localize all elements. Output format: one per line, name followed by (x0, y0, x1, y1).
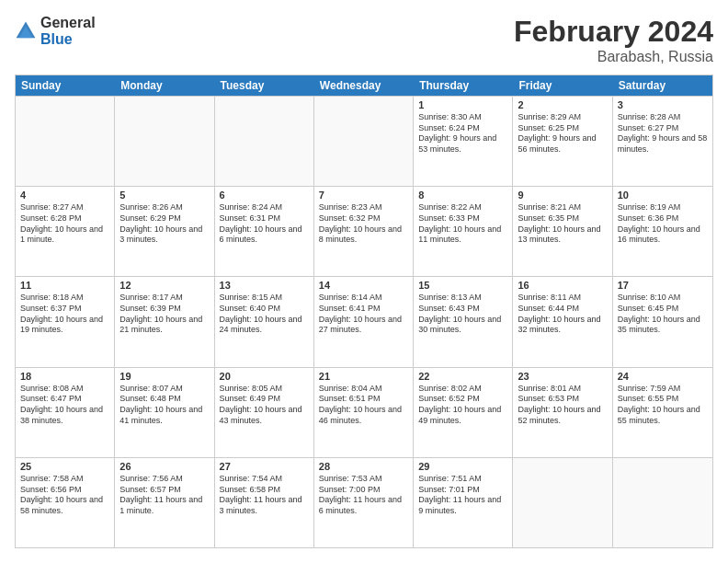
cell-date: 26 (119, 461, 209, 472)
cell-date: 1 (418, 99, 507, 110)
day-header: Wednesday (314, 75, 414, 96)
calendar-cell (513, 458, 612, 547)
calendar-cell: 21Sunrise: 8:04 AM Sunset: 6:51 PM Dayli… (314, 368, 414, 457)
calendar-row: 4Sunrise: 8:27 AM Sunset: 6:28 PM Daylig… (16, 186, 712, 276)
cell-date: 5 (119, 190, 209, 201)
cell-info: Sunrise: 8:11 AM Sunset: 6:44 PM Dayligh… (518, 293, 607, 336)
calendar-cell: 6Sunrise: 8:24 AM Sunset: 6:31 PM Daylig… (215, 187, 314, 276)
cell-info: Sunrise: 8:05 AM Sunset: 6:49 PM Dayligh… (220, 384, 309, 427)
logo: General Blue (15, 15, 96, 47)
calendar-cell: 5Sunrise: 8:26 AM Sunset: 6:29 PM Daylig… (115, 187, 214, 276)
cell-info: Sunrise: 7:59 AM Sunset: 6:55 PM Dayligh… (618, 384, 708, 427)
logo-icon (15, 20, 37, 42)
cell-info: Sunrise: 8:29 AM Sunset: 6:25 PM Dayligh… (518, 112, 607, 155)
calendar-cell: 22Sunrise: 8:02 AM Sunset: 6:52 PM Dayli… (414, 368, 513, 457)
cell-date: 15 (418, 280, 507, 291)
calendar-cell: 3Sunrise: 8:28 AM Sunset: 6:27 PM Daylig… (613, 97, 712, 186)
calendar-cell: 1Sunrise: 8:30 AM Sunset: 6:24 PM Daylig… (414, 97, 513, 186)
cell-info: Sunrise: 8:15 AM Sunset: 6:40 PM Dayligh… (220, 293, 309, 336)
cell-info: Sunrise: 8:17 AM Sunset: 6:39 PM Dayligh… (119, 293, 209, 336)
day-header: Friday (513, 75, 612, 96)
logo-blue: Blue (40, 31, 96, 48)
day-header: Thursday (414, 75, 513, 96)
cell-info: Sunrise: 8:01 AM Sunset: 6:53 PM Dayligh… (518, 384, 607, 427)
calendar-row: 11Sunrise: 8:18 AM Sunset: 6:37 PM Dayli… (16, 276, 712, 366)
cell-info: Sunrise: 8:10 AM Sunset: 6:45 PM Dayligh… (618, 293, 708, 336)
calendar-row: 25Sunrise: 7:58 AM Sunset: 6:56 PM Dayli… (16, 457, 712, 547)
cell-date: 16 (518, 280, 607, 291)
calendar-cell: 11Sunrise: 8:18 AM Sunset: 6:37 PM Dayli… (16, 277, 115, 366)
calendar-cell: 19Sunrise: 8:07 AM Sunset: 6:48 PM Dayli… (115, 368, 214, 457)
cell-info: Sunrise: 7:51 AM Sunset: 7:01 PM Dayligh… (418, 474, 507, 517)
cell-date: 4 (20, 190, 109, 201)
calendar-row: 18Sunrise: 8:08 AM Sunset: 6:47 PM Dayli… (16, 367, 712, 457)
cell-info: Sunrise: 7:58 AM Sunset: 6:56 PM Dayligh… (20, 474, 109, 517)
cell-info: Sunrise: 8:18 AM Sunset: 6:37 PM Dayligh… (20, 293, 109, 336)
cell-date: 17 (618, 280, 708, 291)
cell-info: Sunrise: 7:56 AM Sunset: 6:57 PM Dayligh… (119, 474, 209, 517)
calendar-cell: 26Sunrise: 7:56 AM Sunset: 6:57 PM Dayli… (115, 458, 214, 547)
cell-info: Sunrise: 8:21 AM Sunset: 6:35 PM Dayligh… (518, 202, 607, 246)
calendar-cell: 2Sunrise: 8:29 AM Sunset: 6:25 PM Daylig… (513, 97, 612, 186)
cell-date: 12 (119, 280, 209, 291)
calendar-cell: 10Sunrise: 8:19 AM Sunset: 6:36 PM Dayli… (613, 187, 712, 276)
cell-info: Sunrise: 8:30 AM Sunset: 6:24 PM Dayligh… (418, 112, 507, 155)
cell-date: 3 (618, 99, 708, 110)
cell-date: 24 (618, 371, 708, 382)
calendar-body: 1Sunrise: 8:30 AM Sunset: 6:24 PM Daylig… (16, 96, 712, 547)
cell-info: Sunrise: 7:53 AM Sunset: 7:00 PM Dayligh… (319, 474, 408, 517)
cell-date: 14 (319, 280, 408, 291)
cell-info: Sunrise: 8:23 AM Sunset: 6:32 PM Dayligh… (319, 202, 408, 246)
calendar-cell: 12Sunrise: 8:17 AM Sunset: 6:39 PM Dayli… (115, 277, 214, 366)
cell-info: Sunrise: 8:08 AM Sunset: 6:47 PM Dayligh… (20, 384, 109, 427)
cell-date: 9 (518, 190, 607, 201)
calendar: SundayMondayTuesdayWednesdayThursdayFrid… (15, 75, 713, 548)
title-block: February 2024 Barabash, Russia (514, 15, 713, 65)
cell-date: 7 (319, 190, 408, 201)
calendar-cell: 24Sunrise: 7:59 AM Sunset: 6:55 PM Dayli… (613, 368, 712, 457)
calendar-cell: 18Sunrise: 8:08 AM Sunset: 6:47 PM Dayli… (16, 368, 115, 457)
cell-date: 28 (319, 461, 408, 472)
calendar-cell (215, 97, 314, 186)
calendar-cell (115, 97, 214, 186)
title-month: February 2024 (514, 15, 713, 49)
cell-date: 29 (418, 461, 507, 472)
calendar-cell: 25Sunrise: 7:58 AM Sunset: 6:56 PM Dayli… (16, 458, 115, 547)
cell-info: Sunrise: 7:54 AM Sunset: 6:58 PM Dayligh… (220, 474, 309, 517)
day-header: Sunday (16, 75, 115, 96)
calendar-cell: 8Sunrise: 8:22 AM Sunset: 6:33 PM Daylig… (414, 187, 513, 276)
calendar-cell: 16Sunrise: 8:11 AM Sunset: 6:44 PM Dayli… (513, 277, 612, 366)
cell-info: Sunrise: 8:22 AM Sunset: 6:33 PM Dayligh… (418, 202, 507, 246)
cell-date: 23 (518, 371, 607, 382)
cell-date: 27 (220, 461, 309, 472)
cell-info: Sunrise: 8:13 AM Sunset: 6:43 PM Dayligh… (418, 293, 507, 336)
cell-info: Sunrise: 8:26 AM Sunset: 6:29 PM Dayligh… (119, 202, 209, 246)
calendar-cell: 23Sunrise: 8:01 AM Sunset: 6:53 PM Dayli… (513, 368, 612, 457)
logo-general: General (40, 15, 96, 31)
cell-date: 2 (518, 99, 607, 110)
page: General Blue February 2024 Barabash, Rus… (0, 0, 728, 563)
cell-info: Sunrise: 8:19 AM Sunset: 6:36 PM Dayligh… (618, 202, 708, 246)
calendar-cell: 17Sunrise: 8:10 AM Sunset: 6:45 PM Dayli… (613, 277, 712, 366)
calendar-cell: 9Sunrise: 8:21 AM Sunset: 6:35 PM Daylig… (513, 187, 612, 276)
cell-date: 8 (418, 190, 507, 201)
day-header: Monday (115, 75, 214, 96)
calendar-cell: 4Sunrise: 8:27 AM Sunset: 6:28 PM Daylig… (16, 187, 115, 276)
cell-info: Sunrise: 8:27 AM Sunset: 6:28 PM Dayligh… (20, 202, 109, 246)
logo-text: General Blue (40, 15, 96, 47)
cell-info: Sunrise: 8:24 AM Sunset: 6:31 PM Dayligh… (220, 202, 309, 246)
cell-date: 10 (618, 190, 708, 201)
cell-date: 11 (20, 280, 109, 291)
cell-date: 20 (220, 371, 309, 382)
calendar-cell (613, 458, 712, 547)
calendar-cell: 13Sunrise: 8:15 AM Sunset: 6:40 PM Dayli… (215, 277, 314, 366)
day-header: Saturday (613, 75, 712, 96)
cell-date: 19 (119, 371, 209, 382)
cell-info: Sunrise: 8:14 AM Sunset: 6:41 PM Dayligh… (319, 293, 408, 336)
calendar-cell: 14Sunrise: 8:14 AM Sunset: 6:41 PM Dayli… (314, 277, 414, 366)
calendar-cell: 15Sunrise: 8:13 AM Sunset: 6:43 PM Dayli… (414, 277, 513, 366)
header: General Blue February 2024 Barabash, Rus… (15, 15, 713, 65)
cell-info: Sunrise: 8:28 AM Sunset: 6:27 PM Dayligh… (618, 112, 708, 155)
calendar-cell (16, 97, 115, 186)
cell-date: 21 (319, 371, 408, 382)
